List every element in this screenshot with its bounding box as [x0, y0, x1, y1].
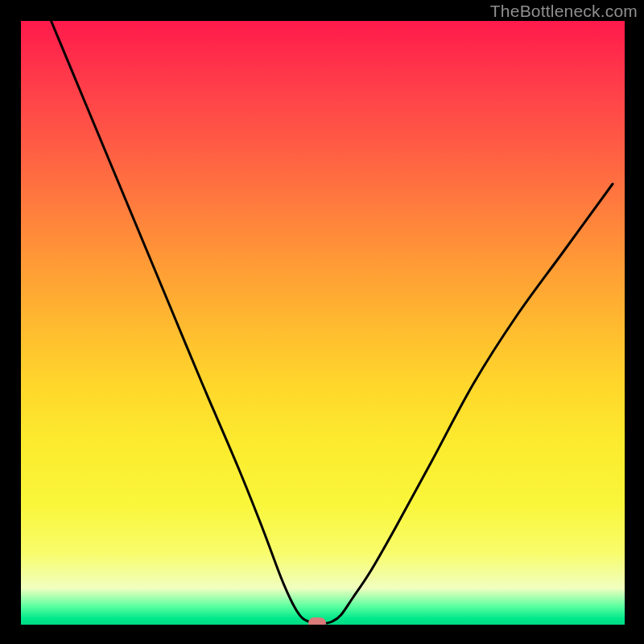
plot-area [21, 21, 625, 625]
bottleneck-curve [21, 21, 625, 625]
chart-frame: TheBottleneck.com [0, 0, 644, 644]
watermark-text: TheBottleneck.com [490, 2, 638, 21]
minimum-marker [308, 617, 326, 625]
